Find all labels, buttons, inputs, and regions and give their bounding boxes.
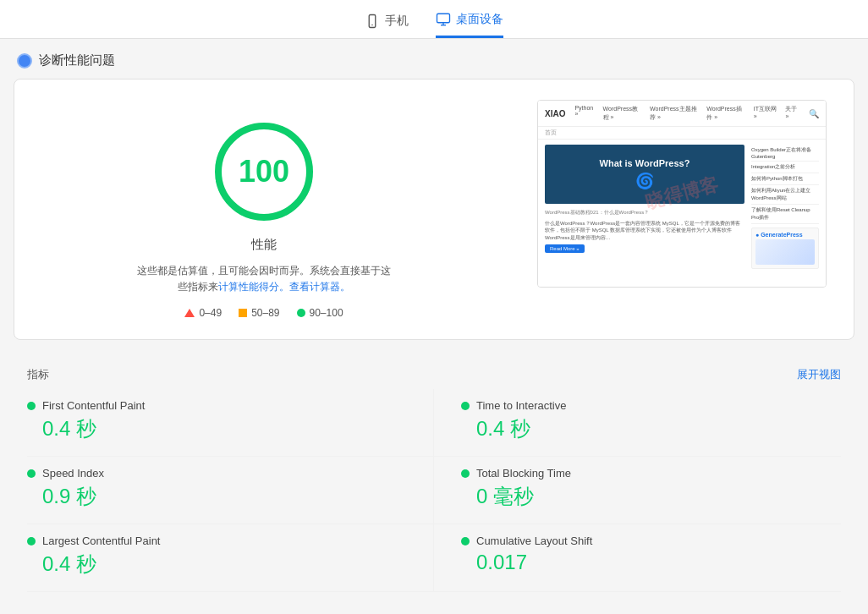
metric-tti-dot	[461, 402, 470, 410]
metric-item-tti: Time to Interactive 0.4 秒	[434, 389, 841, 457]
screenshot-preview: XIAO Python » WordPress教程 » WordPress主题推…	[537, 100, 827, 288]
metric-tbt-label-row: Total Blocking Time	[461, 467, 827, 480]
legend-warn: 50–89	[239, 307, 279, 319]
metric-tti-value: 0.4 秒	[461, 415, 827, 442]
score-right: XIAO Python » WordPress教程 » WordPress主题推…	[537, 100, 827, 288]
metrics-label: 指标	[27, 367, 49, 382]
tab-mobile-label: 手机	[385, 14, 409, 29]
legend-fail-label: 0–49	[199, 307, 222, 319]
score-note: 这些都是估算值，且可能会因时而异。系统会直接基于这些指标来计算性能得分。查看计算…	[137, 263, 391, 295]
metrics-grid: First Contentful Paint 0.4 秒 Time to Int…	[0, 389, 868, 592]
metric-tbt-label: Total Blocking Time	[476, 467, 571, 480]
fake-sidebar-card-img	[755, 239, 815, 265]
score-left: 100 性能 这些都是估算值，且可能会因时而异。系统会直接基于这些指标来计算性能…	[41, 100, 486, 319]
legend-warn-label: 50–89	[251, 307, 279, 319]
metric-tbt-dot	[461, 469, 470, 478]
fake-sidebar-item-3: 如何将Python脚本打包	[751, 173, 819, 185]
section-dot-icon	[17, 53, 32, 69]
fake-sidebar-card: ● GeneratePress	[751, 228, 819, 269]
fake-main: What is WordPress? 🌀 WordPress基础教程021：什么…	[545, 145, 744, 269]
fake-hero-title: What is WordPress?	[553, 158, 736, 168]
legend-row: 0–49 50–89 90–100	[184, 307, 343, 319]
fake-nav: XIAO Python » WordPress教程 » WordPress主题推…	[538, 101, 826, 127]
metric-si-dot	[27, 469, 36, 478]
fake-post-body: 什么是WordPress？WordPress是一套内容管理系统 MySQL，它是…	[545, 220, 744, 241]
svg-rect-2	[437, 14, 450, 23]
metric-cls-value: 0.017	[461, 551, 827, 574]
legend-warn-icon	[239, 309, 247, 317]
metric-lcp-label-row: Largest Contentful Paint	[27, 535, 406, 547]
tab-bar: 手机 桌面设备	[0, 0, 868, 39]
metric-si-label-row: Speed Index	[27, 467, 406, 480]
fake-sidebar: Oxygen Builder正在将准备Gutenberg Integration…	[751, 145, 819, 269]
tab-mobile[interactable]: 手机	[365, 14, 409, 37]
metric-item-cls: Cumulative Layout Shift 0.017	[434, 524, 841, 592]
legend-pass-label: 90–100	[310, 307, 343, 319]
legend-pass-icon	[297, 309, 305, 317]
section-title: 诊断性能问题	[39, 52, 115, 69]
legend-pass: 90–100	[297, 307, 343, 319]
fake-nav-search: 🔍	[809, 109, 819, 118]
score-note-link2[interactable]: 查看计算器。	[289, 281, 350, 293]
metric-tbt-value: 0 毫秒	[461, 483, 827, 510]
metric-item-fcp: First Contentful Paint 0.4 秒	[27, 389, 434, 457]
legend-fail: 0–49	[184, 307, 222, 319]
metric-cls-label: Cumulative Layout Shift	[476, 535, 592, 547]
fake-nav-logo: XIAO	[545, 109, 565, 118]
metric-item-tbt: Total Blocking Time 0 毫秒	[434, 457, 841, 524]
metric-tti-label: Time to Interactive	[476, 399, 566, 412]
main-card: 100 性能 这些都是估算值，且可能会因时而异。系统会直接基于这些指标来计算性能…	[14, 79, 854, 340]
metric-fcp-label-row: First Contentful Paint	[27, 399, 406, 412]
expand-link[interactable]: 展开视图	[797, 367, 841, 382]
fake-content: What is WordPress? 🌀 WordPress基础教程021：什么…	[538, 140, 826, 274]
metric-si-value: 0.9 秒	[27, 483, 406, 510]
fake-site: XIAO Python » WordPress教程 » WordPress主题推…	[538, 101, 826, 287]
score-note-link1[interactable]: 计算性能得分。	[218, 281, 289, 293]
fake-sidebar-item-2: Integration之前分析	[751, 162, 819, 173]
score-area: 100 性能 这些都是估算值，且可能会因时而异。系统会直接基于这些指标来计算性能…	[41, 100, 827, 319]
legend-fail-icon	[184, 309, 195, 317]
metrics-header: 指标 展开视图	[0, 354, 868, 389]
fake-hero: What is WordPress? 🌀	[545, 145, 744, 204]
fake-sidebar-item-5: 了解和使用Reset Cleanup Pro插件	[751, 205, 819, 224]
fake-sidebar-card-title: ● GeneratePress	[755, 232, 815, 238]
tab-desktop[interactable]: 桌面设备	[436, 12, 503, 38]
metric-cls-label-row: Cumulative Layout Shift	[461, 535, 827, 547]
score-number: 100	[239, 154, 289, 189]
screenshot-inner: XIAO Python » WordPress教程 » WordPress主题推…	[538, 101, 826, 287]
fake-post-meta: WordPress基础教程021：什么是WordPress？	[545, 209, 744, 217]
fake-sidebar-item-4: 如何利用Aliyun在云上建立WordPress网站	[751, 185, 819, 205]
fake-read-more: Read More »	[545, 244, 585, 253]
metric-cls-dot	[461, 537, 470, 545]
tab-desktop-label: 桌面设备	[456, 12, 503, 27]
section-header: 诊断性能问题	[0, 39, 868, 79]
metric-si-label: Speed Index	[42, 467, 104, 480]
metric-item-si: Speed Index 0.9 秒	[27, 457, 434, 524]
metric-item-lcp: Largest Contentful Paint 0.4 秒	[27, 524, 434, 592]
score-circle: 100	[209, 117, 319, 227]
score-label: 性能	[251, 237, 277, 253]
fake-sidebar-item-1: Oxygen Builder正在将准备Gutenberg	[751, 145, 819, 162]
metric-fcp-dot	[27, 402, 36, 410]
metric-lcp-value: 0.4 秒	[27, 551, 406, 578]
fake-breadcrumb: 首页	[538, 127, 826, 140]
metric-tti-label-row: Time to Interactive	[461, 399, 827, 412]
metric-fcp-label: First Contentful Paint	[42, 399, 145, 412]
metric-fcp-value: 0.4 秒	[27, 415, 406, 442]
metric-lcp-label: Largest Contentful Paint	[42, 535, 160, 547]
fake-hero-icon: 🌀	[553, 172, 736, 190]
metric-lcp-dot	[27, 537, 36, 545]
fake-nav-links: Python » WordPress教程 » WordPress主题推荐 » W…	[572, 104, 802, 123]
